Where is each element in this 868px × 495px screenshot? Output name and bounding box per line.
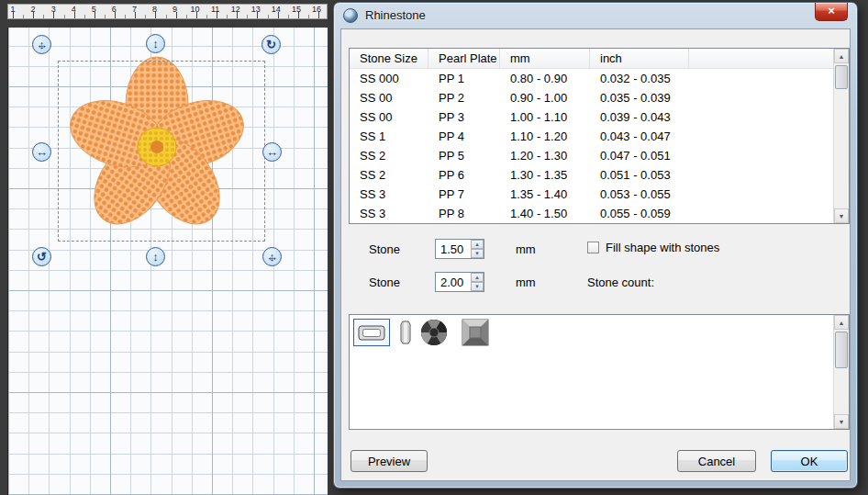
stone-spacing-stepper[interactable]: ▲ ▼ [435,272,484,292]
stone-spacing-input[interactable] [436,273,471,291]
preview-button[interactable]: Preview [351,450,428,472]
cell-pearl-plate: PP 1 [428,69,500,88]
handle-scale-bottom[interactable]: ↕ [146,247,165,266]
table-row[interactable]: SS 2 PP 6 1.30 - 1.35 0.051 - 0.053 [350,165,833,185]
rhinestone-app-icon [343,8,358,23]
stone-count-label: Stone count: [587,276,654,289]
ruler-number: 4 [63,5,83,14]
table-row[interactable]: SS 3 PP 7 1.35 - 1.40 0.053 - 0.055 [350,185,833,204]
cell-inch: 0.055 - 0.059 [590,204,689,223]
checkbox-box-icon[interactable] [587,242,599,253]
cell-stone-size: SS 00 [350,88,428,107]
handle-rotate-top-right[interactable]: ↻ [262,35,281,54]
cell-pearl-plate: PP 2 [428,88,500,107]
scroll-up-button[interactable]: ▲ [834,49,849,63]
cell-inch: 0.047 - 0.051 [590,146,689,165]
spin-down-button[interactable]: ▼ [471,249,484,258]
ruler-number: 13 [246,5,266,14]
move-vertical-icon: ↕ [263,248,281,265]
stone-shape-round-faceted-icon[interactable] [417,319,451,346]
stone-size-table: Stone SizePearl Platemminch SS 000 PP 1 … [349,48,850,224]
cell-stone-size: SS 2 [350,165,428,185]
ruler-number: 9 [165,5,185,14]
ruler-number: 10 [185,5,206,14]
table-scrollbar[interactable]: ▲ ▼ [833,49,849,223]
cell-pearl-plate: PP 3 [428,107,500,127]
design-canvas[interactable]: 12345678910111213141516 [0,0,333,495]
scrollbar-thumb[interactable] [835,332,848,368]
handle-rotate-bottom-left[interactable]: ↺ [32,247,51,266]
spin-down-icon: ▼ [474,284,480,289]
ruler-number: 11 [206,5,226,14]
cell-pearl-plate: PP 7 [428,185,500,204]
panel-scrollbar[interactable]: ▲ ▼ [833,315,849,429]
cell-inch: 0.051 - 0.053 [590,165,689,185]
handle-move-top-left[interactable]: ↔ ↕ [32,35,51,54]
handle-move-bottom-right[interactable]: ↔ ↕ [262,247,282,266]
handle-scale-left[interactable]: ↔ [32,142,51,162]
ruler-number: 14 [266,5,286,14]
scroll-up-icon: ▲ [839,53,845,60]
ruler-number: 6 [104,5,124,14]
spin-up-button[interactable]: ▲ [471,273,484,282]
table-header-row: Stone SizePearl Platemminch [350,49,833,69]
dialog-titlebar[interactable]: Rhinestone × [334,3,857,28]
cell-stone-size: SS 00 [350,107,428,127]
stone-shape-cylinder-icon[interactable] [397,319,414,346]
move-vertical-icon: ↕ [33,36,50,53]
scroll-down-button[interactable]: ▼ [834,414,849,429]
ruler-number: 12 [226,5,246,14]
cell-pearl-plate: PP 4 [428,127,500,146]
cell-stone-size: SS 2 [350,146,428,165]
spin-up-icon: ▲ [474,275,480,280]
close-button[interactable]: × [815,3,848,21]
table-row[interactable]: SS 1 PP 4 1.10 - 1.20 0.043 - 0.047 [350,127,833,146]
cell-inch: 0.035 - 0.039 [590,88,689,107]
table-row[interactable]: SS 2 PP 5 1.20 - 1.30 0.047 - 0.051 [350,146,833,165]
checkbox-label: Fill shape with stones [606,241,719,254]
cell-inch: 0.053 - 0.055 [590,185,689,204]
dialog-client-area: Stone SizePearl Platemminch SS 000 PP 1 … [340,28,851,481]
spin-down-button[interactable]: ▼ [471,282,484,291]
ruler-number: 3 [43,5,63,14]
ruler-number: 7 [124,5,144,14]
stone-spacing-label: Stone [369,276,400,289]
spin-up-button[interactable]: ▲ [471,240,484,249]
stone-shape-flat-icon[interactable] [353,319,390,346]
stone-size-unit: mm [516,242,536,256]
table-row[interactable]: SS 00 PP 2 0.90 - 1.00 0.035 - 0.039 [350,88,833,107]
scroll-up-button[interactable]: ▲ [834,315,849,330]
cell-stone-size: SS 3 [350,185,428,204]
stone-shape-square-faceted-icon[interactable] [458,319,493,346]
column-header: Pearl Plate [428,49,500,68]
scale-horizontal-icon: ↔ [263,143,281,161]
scroll-down-button[interactable]: ▼ [834,208,849,223]
table-row[interactable]: SS 3 PP 8 1.40 - 1.50 0.055 - 0.059 [350,204,833,223]
cell-mm: 1.30 - 1.35 [500,165,590,185]
table-row[interactable]: SS 000 PP 1 0.80 - 0.90 0.032 - 0.035 [350,69,833,88]
table-row[interactable]: SS 00 PP 3 1.00 - 1.10 0.039 - 0.043 [350,107,833,127]
table-body: SS 000 PP 1 0.80 - 0.90 0.032 - 0.035 SS… [350,69,833,223]
scale-horizontal-icon: ↔ [33,143,50,161]
cell-mm: 1.00 - 1.10 [500,107,590,127]
cancel-button[interactable]: Cancel [677,450,756,472]
stone-size-input[interactable] [436,240,471,258]
handle-scale-top[interactable]: ↕ [146,34,165,53]
cell-mm: 1.20 - 1.30 [500,146,590,165]
scale-vertical-icon: ↕ [147,35,164,52]
dialog-title: Rhinestone [365,3,426,28]
handle-scale-right[interactable]: ↔ [262,142,282,162]
column-header: inch [590,49,689,68]
spin-down-icon: ▼ [474,251,480,256]
cell-mm: 1.40 - 1.50 [500,204,590,223]
grid-workspace[interactable]: ↔ ↕ ↕ ↻ ↔ ↔ ↺ ↕ ↔ ↕ [7,28,328,495]
ok-button[interactable]: OK [771,450,848,472]
cell-stone-size: SS 3 [350,204,428,223]
column-header: mm [500,49,590,68]
fill-shape-checkbox[interactable]: Fill shape with stones [587,241,719,254]
scroll-down-icon: ▼ [839,213,845,219]
stone-size-stepper[interactable]: ▲ ▼ [435,239,484,259]
scroll-down-icon: ▼ [839,419,845,425]
stone-spacing-unit: mm [516,276,536,289]
scrollbar-thumb[interactable] [835,65,848,89]
